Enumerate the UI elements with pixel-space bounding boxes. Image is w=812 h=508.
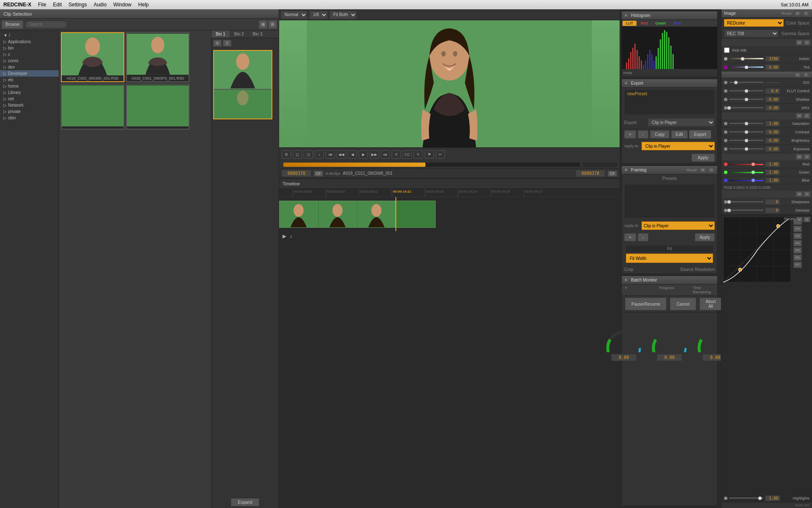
- clip-button[interactable]: ✂: [436, 150, 445, 159]
- rgb-d-btn[interactable]: D: [804, 154, 810, 160]
- apply-to-select[interactable]: Clip in Player: [642, 142, 715, 150]
- iso-slider[interactable]: [729, 82, 763, 83]
- flag-button[interactable]: ⚑: [425, 150, 434, 159]
- tree-item[interactable]: ▷ c: [0, 51, 59, 58]
- pause-resume-button[interactable]: Pause/Resume: [625, 298, 667, 310]
- skip-to-start-button[interactable]: ⏮: [326, 150, 335, 159]
- shadow-value[interactable]: 0.00: [765, 97, 780, 102]
- p5-button[interactable]: P5: [793, 247, 802, 254]
- p7-button[interactable]: P7: [793, 262, 802, 268]
- wb-d-btn[interactable]: D: [804, 40, 810, 45]
- framing-fit-select[interactable]: Fit Width: [626, 254, 713, 263]
- green-slider[interactable]: [729, 172, 763, 173]
- export-button[interactable]: Export: [689, 130, 711, 138]
- tree-item[interactable]: ▷ Network: [0, 102, 59, 108]
- tree-item[interactable]: ▷ net: [0, 96, 59, 102]
- framing-d-button[interactable]: D: [708, 167, 715, 173]
- highlights-value[interactable]: 1.00: [765, 495, 780, 501]
- kelvin-value[interactable]: 3700: [765, 56, 780, 62]
- tree-item[interactable]: ▷ Applications: [0, 39, 59, 45]
- iso-value[interactable]: [765, 82, 780, 83]
- framing-apply-button[interactable]: Apply: [695, 233, 715, 241]
- framing-m-button[interactable]: M: [700, 167, 707, 173]
- clip-thumbnail[interactable]: [126, 84, 189, 130]
- tree-item[interactable]: ▷ bin: [0, 45, 59, 51]
- marker-button[interactable]: ✎: [414, 150, 423, 159]
- menu-settings[interactable]: Settings: [69, 2, 87, 8]
- framing-close[interactable]: ✕: [624, 168, 628, 172]
- expand-button[interactable]: Expand: [231, 498, 260, 506]
- search-input[interactable]: [25, 21, 67, 28]
- menu-help[interactable]: Help: [138, 2, 149, 8]
- tree-item[interactable]: ▷ etc: [0, 77, 59, 83]
- clip-thumbnail[interactable]: [61, 84, 124, 130]
- pick-wb-checkbox[interactable]: [724, 47, 730, 53]
- export-type-select[interactable]: Clip in Player: [648, 118, 715, 127]
- tint-slider[interactable]: [729, 66, 763, 68]
- timeline-clip[interactable]: [279, 201, 436, 228]
- red-value[interactable]: 1.00: [765, 161, 780, 167]
- bin-tab-2[interactable]: Bin 2: [230, 30, 249, 38]
- contrast-value[interactable]: 0.00: [765, 129, 780, 135]
- denoise-slider[interactable]: [729, 210, 763, 211]
- menu-edit[interactable]: Edit: [53, 2, 62, 8]
- sharpness-value[interactable]: 0: [765, 199, 780, 205]
- iso-m-btn[interactable]: M: [794, 72, 801, 77]
- tree-item[interactable]: ▷ home: [0, 83, 59, 89]
- clip-out-button[interactable]: ◳: [304, 150, 313, 159]
- bin-grid-view[interactable]: ⊞: [213, 40, 222, 47]
- exposure-value[interactable]: 0.00: [765, 146, 780, 152]
- saturation-slider[interactable]: [729, 123, 763, 124]
- hist-tab-green[interactable]: Green: [652, 21, 669, 26]
- gamma-select[interactable]: REC 709: [724, 30, 779, 37]
- timeline-playhead[interactable]: [395, 197, 396, 231]
- clip-thumbnail[interactable]: A018_C002_090395_001.R3D: [61, 32, 124, 82]
- brightness-value[interactable]: 0.00: [765, 138, 780, 144]
- grid-view-button[interactable]: ⊞: [259, 20, 267, 29]
- timeline-play-button[interactable]: ▶: [283, 233, 286, 239]
- export-close[interactable]: ✕: [624, 81, 628, 86]
- blue-slider[interactable]: [729, 180, 763, 181]
- add-preset-button[interactable]: +: [624, 130, 636, 138]
- menu-file[interactable]: File: [38, 2, 46, 8]
- saturation-value[interactable]: 1.00: [765, 121, 780, 127]
- bin-tab-1[interactable]: Bin 1: [211, 30, 230, 38]
- color-m-btn[interactable]: M: [796, 113, 803, 119]
- framing-add-button[interactable]: +: [624, 233, 636, 241]
- p6-button[interactable]: P6: [793, 254, 802, 261]
- tree-item[interactable]: ▷ cores: [0, 58, 59, 64]
- p4-button[interactable]: P4: [793, 240, 802, 246]
- copy-button[interactable]: Copy: [650, 130, 669, 138]
- exposure-slider[interactable]: [729, 148, 763, 149]
- tree-item-developer[interactable]: ▷ Developer: [0, 70, 59, 77]
- skip-to-end-button[interactable]: ⏭: [381, 150, 390, 159]
- tree-root[interactable]: ▼ /: [0, 32, 59, 39]
- caption-button[interactable]: CC: [403, 150, 412, 159]
- tree-item[interactable]: ▷ Library: [0, 89, 59, 96]
- highlights-slider[interactable]: [729, 497, 763, 499]
- bin-list-view[interactable]: ☰: [223, 40, 231, 47]
- bin-clip[interactable]: [213, 50, 272, 119]
- tint-value[interactable]: 0.00: [765, 64, 780, 70]
- brightness-slider[interactable]: [729, 140, 763, 141]
- p3-button[interactable]: P3: [793, 233, 802, 239]
- framing-apply-select[interactable]: Clip in Player: [642, 221, 715, 230]
- denoise-value[interactable]: 0: [765, 207, 780, 213]
- curve-svg[interactable]: [723, 217, 791, 282]
- image-d-button[interactable]: D: [803, 11, 809, 16]
- histogram-close[interactable]: ✕: [624, 13, 628, 18]
- remove-preset-button[interactable]: -: [638, 130, 648, 138]
- hist-tab-lut[interactable]: LUT: [623, 21, 636, 26]
- abort-all-button[interactable]: Abort All: [700, 298, 722, 310]
- hist-tab-blue[interactable]: Blue: [670, 21, 685, 26]
- flut-slider[interactable]: [729, 90, 763, 91]
- tree-item[interactable]: ▷ dev: [0, 64, 59, 70]
- player-resolution-select[interactable]: 1/8: [309, 11, 328, 19]
- apply-button[interactable]: Apply: [691, 154, 715, 162]
- step-forward-button[interactable]: ▶▶: [370, 150, 379, 159]
- sharp-m-btn[interactable]: M: [796, 191, 803, 197]
- curve-m-btn[interactable]: M: [796, 217, 803, 222]
- shadow-slider[interactable]: [729, 99, 763, 100]
- sharp-d-btn[interactable]: D: [804, 191, 810, 197]
- browse-button[interactable]: Browse: [2, 20, 23, 29]
